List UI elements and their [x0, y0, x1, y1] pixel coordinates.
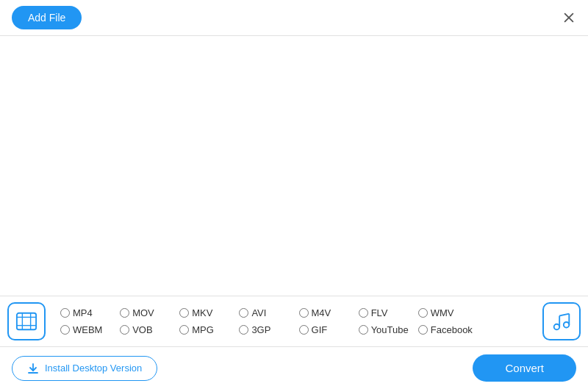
format-3gp[interactable]: 3GP	[236, 323, 295, 337]
format-mp4[interactable]: MP4	[57, 306, 117, 320]
svg-rect-2	[17, 313, 36, 330]
format-youtube[interactable]: YouTube	[356, 323, 415, 337]
format-vob[interactable]: VOB	[117, 323, 176, 337]
svg-point-8	[564, 322, 570, 328]
drop-area[interactable]	[0, 36, 588, 257]
bottom-panel: MP4 MOV MKV AVI M4V FLV	[0, 296, 588, 389]
install-desktop-button[interactable]: Install Desktop Version	[12, 356, 157, 381]
close-button[interactable]	[559, 7, 579, 28]
audio-format-icon	[542, 302, 581, 340]
svg-line-11	[559, 314, 569, 316]
footer-bar: Install Desktop Version Convert	[0, 347, 588, 389]
format-facebook[interactable]: Facebook	[415, 323, 476, 337]
download-icon	[27, 363, 39, 374]
svg-point-7	[554, 324, 560, 330]
format-flv[interactable]: FLV	[356, 306, 415, 320]
format-webm[interactable]: WEBM	[57, 323, 117, 337]
format-placeholder-r2	[476, 323, 535, 337]
video-format-icon	[7, 302, 46, 340]
format-mpg[interactable]: MPG	[176, 323, 236, 337]
format-section: MP4 MOV MKV AVI M4V FLV	[0, 296, 588, 347]
format-gif[interactable]: GIF	[296, 323, 356, 337]
format-m4v[interactable]: M4V	[296, 306, 356, 320]
format-mov[interactable]: MOV	[117, 306, 176, 320]
add-file-button[interactable]: Add File	[12, 6, 82, 29]
format-placeholder-r1	[476, 306, 535, 320]
format-mkv[interactable]: MKV	[176, 306, 236, 320]
title-bar: Add File	[0, 0, 588, 35]
format-wmv[interactable]: WMV	[415, 306, 476, 320]
convert-button[interactable]: Convert	[473, 354, 576, 382]
format-avi[interactable]: AVI	[236, 306, 295, 320]
install-label: Install Desktop Version	[45, 363, 142, 374]
format-grid: MP4 MOV MKV AVI M4V FLV	[57, 306, 535, 337]
